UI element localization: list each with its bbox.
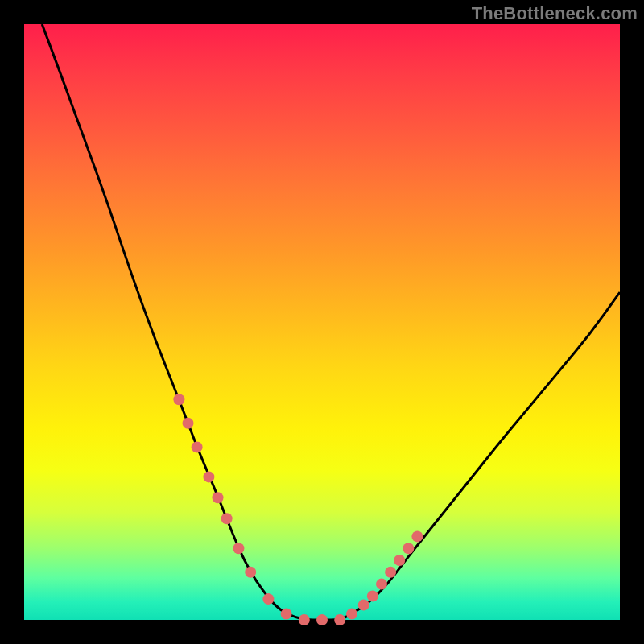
marker-group <box>173 394 423 625</box>
marker-dot <box>233 543 244 554</box>
marker-dot <box>262 593 274 605</box>
watermark-text: TheBottleneck.com <box>472 3 638 24</box>
marker-dot <box>402 543 414 554</box>
marker-dot <box>411 530 423 542</box>
marker-dot <box>221 513 233 524</box>
marker-dot <box>173 394 184 405</box>
plot-area <box>24 24 620 620</box>
marker-dot <box>358 600 369 611</box>
marker-dot <box>245 567 256 578</box>
marker-dot <box>385 567 396 578</box>
curve-path <box>42 24 620 620</box>
marker-dot <box>346 609 357 620</box>
marker-dot <box>334 614 345 625</box>
marker-dot <box>394 555 405 566</box>
chart-svg <box>24 24 620 620</box>
chart-frame: TheBottleneck.com <box>0 0 644 644</box>
marker-dot <box>192 441 203 452</box>
marker-dot <box>299 614 310 625</box>
marker-dot <box>183 418 194 429</box>
marker-dot <box>203 471 214 482</box>
marker-dot <box>281 609 292 620</box>
marker-dot <box>367 590 378 601</box>
marker-dot <box>376 579 387 590</box>
marker-dot <box>213 492 224 503</box>
marker-dot <box>316 614 328 625</box>
